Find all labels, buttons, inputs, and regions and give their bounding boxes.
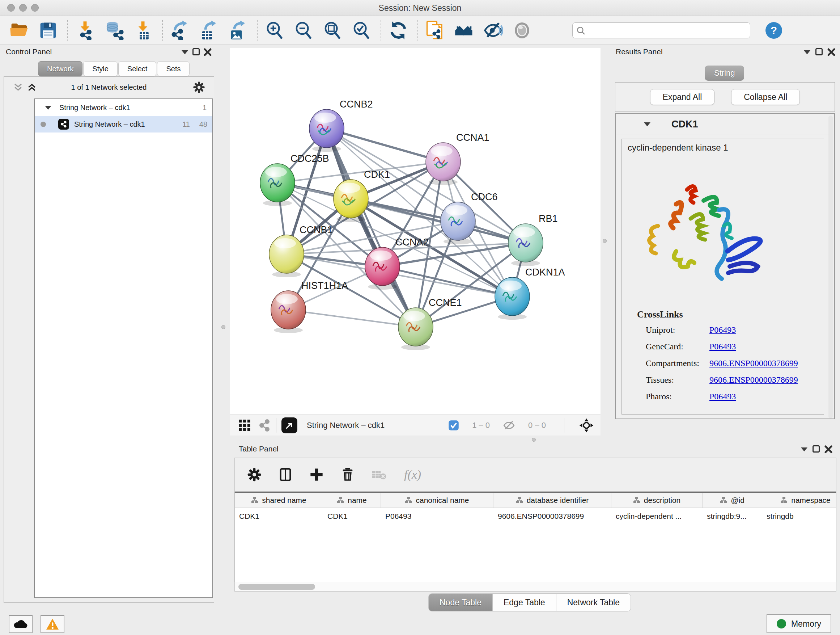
table-cell[interactable]: stringdb bbox=[762, 508, 836, 524]
network-node[interactable]: CCNB1 bbox=[269, 225, 333, 277]
question-mark-icon: ? bbox=[771, 24, 777, 36]
delete-column-trash-icon[interactable] bbox=[340, 467, 355, 482]
tab-node-table[interactable]: Node Table bbox=[429, 594, 493, 611]
column-header-shared-name[interactable]: shared name bbox=[235, 493, 323, 508]
entry-expand-icon[interactable] bbox=[644, 122, 651, 126]
expand-all-button[interactable]: Expand All bbox=[650, 89, 715, 105]
save-session-button[interactable] bbox=[37, 19, 59, 42]
help-button[interactable]: ? bbox=[766, 22, 782, 39]
network-row[interactable]: String Network – cdk1 11 48 bbox=[35, 116, 212, 133]
results-scrollbar[interactable] bbox=[829, 116, 833, 418]
network-node[interactable]: RB1 bbox=[508, 213, 558, 266]
right-splitter-handle[interactable] bbox=[603, 239, 607, 243]
export-table-button[interactable] bbox=[197, 19, 220, 42]
gear-icon[interactable] bbox=[193, 81, 205, 93]
delete-table-icon[interactable] bbox=[371, 467, 387, 482]
network-node[interactable]: HIST1H1A bbox=[271, 280, 348, 333]
table-cell[interactable]: CDK1 bbox=[323, 508, 381, 524]
network-node[interactable]: CCNE1 bbox=[398, 297, 462, 350]
float-panel-icon[interactable] bbox=[815, 48, 823, 55]
column-header-canonical-name[interactable]: canonical name bbox=[381, 493, 493, 508]
function-builder-button[interactable]: f(x) bbox=[404, 468, 421, 481]
left-splitter-handle[interactable] bbox=[221, 325, 225, 329]
column-header-namespace[interactable]: namespace bbox=[762, 493, 836, 508]
fit-content-crosshair-icon[interactable] bbox=[579, 418, 594, 433]
export-network-button[interactable] bbox=[169, 19, 191, 42]
crosslink-link[interactable]: 9606.ENSP00000378699 bbox=[709, 375, 798, 385]
collapse-all-button[interactable]: Collapse All bbox=[731, 89, 800, 105]
selected-checkbox-icon[interactable] bbox=[448, 420, 459, 431]
table-hscrollbar[interactable] bbox=[234, 582, 836, 592]
tab-network-table[interactable]: Network Table bbox=[556, 594, 630, 611]
add-column-icon[interactable] bbox=[309, 467, 324, 482]
zoom-fit-button[interactable] bbox=[321, 19, 344, 42]
hide-selected-button[interactable] bbox=[482, 19, 504, 42]
result-entry-header[interactable]: CDK1 bbox=[616, 114, 834, 135]
float-panel-icon[interactable] bbox=[813, 445, 820, 453]
zoom-in-button[interactable] bbox=[264, 19, 286, 42]
refresh-icon bbox=[388, 21, 408, 40]
tab-select[interactable]: Select bbox=[118, 61, 156, 76]
hscrollbar-thumb[interactable] bbox=[238, 584, 315, 590]
results-panel: Results Panel String Expand All Collapse… bbox=[611, 44, 840, 440]
collection-expand-icon[interactable] bbox=[45, 106, 51, 110]
table-cell[interactable]: stringdb:9... bbox=[703, 508, 762, 524]
open-session-button[interactable] bbox=[8, 19, 30, 42]
clone-network-button[interactable] bbox=[424, 19, 447, 42]
memory-button[interactable]: Memory bbox=[767, 614, 831, 633]
home-button[interactable] bbox=[453, 19, 475, 42]
control-panel-header: Control Panel bbox=[6, 48, 212, 60]
column-header--id[interactable]: @id bbox=[703, 493, 762, 508]
network-node[interactable]: CDKN1A bbox=[495, 267, 565, 320]
show-all-button[interactable] bbox=[511, 19, 533, 42]
crosslink-link[interactable]: P06493 bbox=[709, 325, 736, 335]
export-image-button[interactable] bbox=[226, 19, 249, 42]
float-panel-icon[interactable] bbox=[193, 48, 200, 55]
column-header-description[interactable]: description bbox=[611, 493, 703, 508]
zoom-out-button[interactable] bbox=[292, 19, 315, 42]
column-type-icon bbox=[516, 497, 523, 504]
share-view-icon[interactable] bbox=[258, 419, 271, 432]
network-node[interactable]: CCNB2 bbox=[309, 99, 373, 152]
import-network-file-button[interactable] bbox=[74, 19, 96, 42]
birdseye-toggle[interactable] bbox=[281, 417, 297, 433]
network-node[interactable]: CDC25B bbox=[260, 153, 329, 206]
close-panel-icon[interactable] bbox=[824, 445, 833, 454]
grid-view-icon[interactable] bbox=[238, 418, 251, 432]
table-cell[interactable]: 9606.ENSP00000378699 bbox=[493, 508, 611, 524]
close-panel-icon[interactable] bbox=[827, 48, 836, 57]
crosslink-link[interactable]: P06493 bbox=[709, 392, 736, 402]
import-network-database-button[interactable] bbox=[103, 19, 125, 42]
panel-menu-icon[interactable] bbox=[801, 448, 807, 451]
tab-sets[interactable]: Sets bbox=[157, 61, 189, 76]
panel-menu-icon[interactable] bbox=[182, 50, 188, 54]
table-cell[interactable]: cyclin-dependent ... bbox=[611, 508, 703, 524]
cloud-button[interactable] bbox=[9, 615, 33, 633]
tab-edge-table[interactable]: Edge Table bbox=[493, 594, 556, 611]
divider bbox=[276, 418, 276, 432]
panel-menu-icon[interactable] bbox=[804, 50, 810, 54]
search-input[interactable] bbox=[589, 23, 744, 37]
apply-layout-button[interactable] bbox=[387, 19, 409, 42]
tab-style[interactable]: Style bbox=[83, 61, 117, 76]
column-header-database-identifier[interactable]: database identifier bbox=[493, 493, 611, 508]
results-panel-title: Results Panel bbox=[616, 48, 663, 56]
tab-string[interactable]: String bbox=[705, 65, 744, 81]
close-panel-icon[interactable] bbox=[203, 48, 212, 57]
table-cell[interactable]: CDK1 bbox=[235, 508, 323, 524]
show-columns-icon[interactable] bbox=[278, 467, 293, 482]
table-row[interactable]: CDK1CDK1P064939606.ENSP00000378699cyclin… bbox=[235, 508, 836, 524]
column-header-name[interactable]: name bbox=[323, 493, 381, 508]
tab-network[interactable]: Network bbox=[38, 61, 82, 76]
zoom-selected-button[interactable] bbox=[350, 19, 373, 42]
crosslink-link[interactable]: P06493 bbox=[709, 342, 736, 352]
network-canvas[interactable]: CCNB2CCNA1CDC25BCDK1CDC6RB1CCNB1CCNA2CDK… bbox=[230, 48, 600, 415]
network-collection-row[interactable]: String Network – cdk1 1 bbox=[35, 99, 212, 116]
warnings-button[interactable] bbox=[41, 615, 65, 633]
import-table-file-button[interactable] bbox=[132, 19, 154, 42]
table-settings-gear-icon[interactable] bbox=[247, 467, 262, 482]
crosslink-link[interactable]: 9606.ENSP00000378699 bbox=[709, 358, 798, 368]
hidden-eye-slash-icon[interactable] bbox=[503, 420, 515, 431]
bottom-splitter-handle[interactable] bbox=[532, 438, 536, 442]
table-cell[interactable]: P06493 bbox=[381, 508, 493, 524]
